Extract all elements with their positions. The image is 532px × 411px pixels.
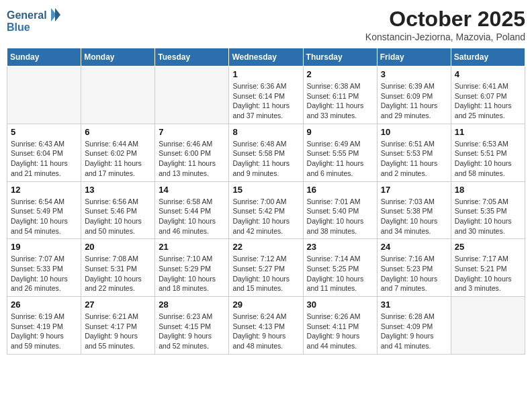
day-info: Sunrise: 6:43 AM Sunset: 6:04 PM Dayligh… xyxy=(11,139,77,179)
day-info: Sunrise: 7:12 AM Sunset: 5:27 PM Dayligh… xyxy=(232,254,299,293)
calendar-cell: 21Sunrise: 7:10 AM Sunset: 5:29 PM Dayli… xyxy=(155,239,229,297)
day-number: 10 xyxy=(381,127,447,137)
day-info: Sunrise: 6:24 AM Sunset: 4:13 PM Dayligh… xyxy=(232,312,299,351)
location-subtitle: Konstancin-Jeziorna, Mazovia, Poland xyxy=(365,32,525,42)
calendar-week-row: 12Sunrise: 6:54 AM Sunset: 5:49 PM Dayli… xyxy=(7,181,525,239)
calendar-cell: 25Sunrise: 7:17 AM Sunset: 5:21 PM Dayli… xyxy=(451,239,525,297)
day-number: 24 xyxy=(381,242,447,252)
day-number: 28 xyxy=(159,300,225,310)
calendar-cell: 30Sunrise: 6:26 AM Sunset: 4:11 PM Dayli… xyxy=(303,297,377,355)
logo-icon: GeneralBlue xyxy=(7,7,60,35)
day-number: 2 xyxy=(307,69,373,79)
day-number: 30 xyxy=(307,300,373,310)
weekday-header: Friday xyxy=(377,48,451,66)
calendar-cell: 3Sunrise: 6:39 AM Sunset: 6:09 PM Daylig… xyxy=(377,66,451,124)
day-info: Sunrise: 6:56 AM Sunset: 5:46 PM Dayligh… xyxy=(85,197,151,236)
calendar-cell: 27Sunrise: 6:21 AM Sunset: 4:17 PM Dayli… xyxy=(81,297,155,355)
calendar-cell: 4Sunrise: 6:41 AM Sunset: 6:07 PM Daylig… xyxy=(451,66,525,124)
svg-marker-3 xyxy=(55,8,60,21)
calendar-week-row: 19Sunrise: 7:07 AM Sunset: 5:33 PM Dayli… xyxy=(7,239,525,297)
calendar-cell: 23Sunrise: 7:14 AM Sunset: 5:25 PM Dayli… xyxy=(303,239,377,297)
calendar-cell xyxy=(155,66,229,124)
day-number: 29 xyxy=(232,300,299,310)
day-info: Sunrise: 6:48 AM Sunset: 5:58 PM Dayligh… xyxy=(232,139,299,179)
day-number: 9 xyxy=(307,127,373,137)
calendar-cell: 15Sunrise: 7:00 AM Sunset: 5:42 PM Dayli… xyxy=(229,181,303,239)
calendar-cell: 2Sunrise: 6:38 AM Sunset: 6:11 PM Daylig… xyxy=(303,66,377,124)
weekday-header: Thursday xyxy=(303,48,377,66)
day-info: Sunrise: 7:08 AM Sunset: 5:31 PM Dayligh… xyxy=(85,254,151,293)
weekday-header-row: SundayMondayTuesdayWednesdayThursdayFrid… xyxy=(7,48,525,66)
calendar-cell: 9Sunrise: 6:49 AM Sunset: 5:55 PM Daylig… xyxy=(303,124,377,181)
day-info: Sunrise: 7:03 AM Sunset: 5:38 PM Dayligh… xyxy=(381,197,447,236)
day-number: 6 xyxy=(85,127,151,137)
day-info: Sunrise: 6:44 AM Sunset: 6:02 PM Dayligh… xyxy=(85,139,151,179)
calendar-cell: 24Sunrise: 7:16 AM Sunset: 5:23 PM Dayli… xyxy=(377,239,451,297)
calendar-cell: 13Sunrise: 6:56 AM Sunset: 5:46 PM Dayli… xyxy=(81,181,155,239)
day-info: Sunrise: 6:36 AM Sunset: 6:14 PM Dayligh… xyxy=(232,81,299,121)
svg-text:Blue: Blue xyxy=(7,21,30,33)
calendar-cell: 10Sunrise: 6:51 AM Sunset: 5:53 PM Dayli… xyxy=(377,124,451,181)
calendar-cell: 22Sunrise: 7:12 AM Sunset: 5:27 PM Dayli… xyxy=(229,239,303,297)
day-number: 17 xyxy=(381,185,447,195)
day-info: Sunrise: 7:00 AM Sunset: 5:42 PM Dayligh… xyxy=(232,197,299,236)
day-info: Sunrise: 6:53 AM Sunset: 5:51 PM Dayligh… xyxy=(455,139,521,179)
day-number: 25 xyxy=(455,242,521,252)
day-info: Sunrise: 7:01 AM Sunset: 5:40 PM Dayligh… xyxy=(307,197,373,236)
day-number: 11 xyxy=(455,127,521,137)
page-header: GeneralBlue October 2025 Konstancin-Jezi… xyxy=(7,7,525,42)
weekday-header: Saturday xyxy=(451,48,525,66)
day-info: Sunrise: 6:51 AM Sunset: 5:53 PM Dayligh… xyxy=(381,139,447,179)
day-number: 7 xyxy=(159,127,225,137)
day-info: Sunrise: 6:39 AM Sunset: 6:09 PM Dayligh… xyxy=(381,81,447,121)
day-number: 8 xyxy=(232,127,299,137)
day-number: 26 xyxy=(11,300,77,310)
day-number: 22 xyxy=(232,242,299,252)
day-info: Sunrise: 6:41 AM Sunset: 6:07 PM Dayligh… xyxy=(455,81,521,121)
day-number: 12 xyxy=(11,185,77,195)
day-number: 21 xyxy=(159,242,225,252)
day-number: 15 xyxy=(232,185,299,195)
calendar-cell xyxy=(7,66,81,124)
day-info: Sunrise: 7:05 AM Sunset: 5:35 PM Dayligh… xyxy=(455,197,521,236)
calendar-cell: 16Sunrise: 7:01 AM Sunset: 5:40 PM Dayli… xyxy=(303,181,377,239)
logo: GeneralBlue xyxy=(7,7,60,35)
calendar-cell: 1Sunrise: 6:36 AM Sunset: 6:14 PM Daylig… xyxy=(229,66,303,124)
title-section: October 2025 Konstancin-Jeziorna, Mazovi… xyxy=(365,7,525,42)
calendar-cell: 11Sunrise: 6:53 AM Sunset: 5:51 PM Dayli… xyxy=(451,124,525,181)
day-number: 18 xyxy=(455,185,521,195)
weekday-header: Monday xyxy=(81,48,155,66)
day-info: Sunrise: 7:16 AM Sunset: 5:23 PM Dayligh… xyxy=(381,254,447,293)
month-title: October 2025 xyxy=(365,7,525,32)
calendar-cell: 6Sunrise: 6:44 AM Sunset: 6:02 PM Daylig… xyxy=(81,124,155,181)
day-number: 31 xyxy=(381,300,447,310)
svg-text:General: General xyxy=(7,9,47,21)
day-info: Sunrise: 7:14 AM Sunset: 5:25 PM Dayligh… xyxy=(307,254,373,293)
day-number: 27 xyxy=(85,300,151,310)
calendar-cell: 18Sunrise: 7:05 AM Sunset: 5:35 PM Dayli… xyxy=(451,181,525,239)
day-number: 14 xyxy=(159,185,225,195)
calendar-cell: 31Sunrise: 6:28 AM Sunset: 4:09 PM Dayli… xyxy=(377,297,451,355)
day-info: Sunrise: 6:19 AM Sunset: 4:19 PM Dayligh… xyxy=(11,312,77,351)
day-info: Sunrise: 6:26 AM Sunset: 4:11 PM Dayligh… xyxy=(307,312,373,351)
day-info: Sunrise: 6:38 AM Sunset: 6:11 PM Dayligh… xyxy=(307,81,373,121)
day-info: Sunrise: 6:58 AM Sunset: 5:44 PM Dayligh… xyxy=(159,197,225,236)
calendar-week-row: 26Sunrise: 6:19 AM Sunset: 4:19 PM Dayli… xyxy=(7,297,525,355)
day-info: Sunrise: 6:28 AM Sunset: 4:09 PM Dayligh… xyxy=(381,312,447,351)
day-info: Sunrise: 7:10 AM Sunset: 5:29 PM Dayligh… xyxy=(159,254,225,293)
day-info: Sunrise: 6:46 AM Sunset: 6:00 PM Dayligh… xyxy=(159,139,225,179)
calendar-cell: 29Sunrise: 6:24 AM Sunset: 4:13 PM Dayli… xyxy=(229,297,303,355)
day-number: 13 xyxy=(85,185,151,195)
calendar-cell: 14Sunrise: 6:58 AM Sunset: 5:44 PM Dayli… xyxy=(155,181,229,239)
calendar-cell: 28Sunrise: 6:23 AM Sunset: 4:15 PM Dayli… xyxy=(155,297,229,355)
calendar-table: SundayMondayTuesdayWednesdayThursdayFrid… xyxy=(7,48,525,355)
weekday-header: Tuesday xyxy=(155,48,229,66)
day-info: Sunrise: 7:17 AM Sunset: 5:21 PM Dayligh… xyxy=(455,254,521,293)
calendar-cell: 12Sunrise: 6:54 AM Sunset: 5:49 PM Dayli… xyxy=(7,181,81,239)
calendar-cell: 20Sunrise: 7:08 AM Sunset: 5:31 PM Dayli… xyxy=(81,239,155,297)
day-info: Sunrise: 7:07 AM Sunset: 5:33 PM Dayligh… xyxy=(11,254,77,293)
calendar-cell xyxy=(451,297,525,355)
calendar-cell: 26Sunrise: 6:19 AM Sunset: 4:19 PM Dayli… xyxy=(7,297,81,355)
day-number: 16 xyxy=(307,185,373,195)
day-number: 20 xyxy=(85,242,151,252)
